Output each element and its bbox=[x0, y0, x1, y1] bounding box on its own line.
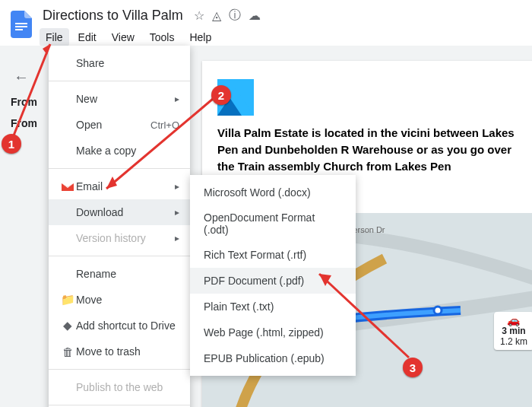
download-submenu: Microsoft Word (.docx) OpenDocument Form… bbox=[190, 175, 356, 376]
submenu-item-txt[interactable]: Plain Text (.txt) bbox=[190, 294, 356, 320]
menu-item-download[interactable]: Download ▸ bbox=[49, 199, 190, 225]
submenu-item-epub[interactable]: EPUB Publication (.epub) bbox=[190, 345, 356, 371]
menu-item-label: Move bbox=[76, 294, 179, 306]
menu-view[interactable]: View bbox=[106, 28, 141, 46]
info-icon[interactable]: ⓘ bbox=[229, 8, 241, 24]
menu-separator bbox=[49, 405, 190, 405]
drive-icon: ◆ bbox=[59, 319, 76, 332]
submenu-item-docx[interactable]: Microsoft Word (.docx) bbox=[190, 180, 356, 205]
menu-item-label: PDF Document (.pdf) bbox=[204, 275, 342, 287]
menu-separator bbox=[49, 81, 190, 81]
menu-item-share[interactable]: Share bbox=[49, 50, 190, 76]
doc-info: Directions to Villa Palm ☆ ◬ ⓘ ☁ File Ed… bbox=[40, 6, 261, 46]
menu-item-label: Web Page (.html, zipped) bbox=[204, 326, 342, 339]
map-travel-badge: 🚗 3 min 1.2 km bbox=[494, 312, 532, 350]
app-header: Directions to Villa Palm ☆ ◬ ⓘ ☁ File Ed… bbox=[0, 0, 532, 46]
menu-item-label: OpenDocument Format (.odt) bbox=[204, 211, 342, 236]
menu-item-make-copy[interactable]: Make a copy bbox=[49, 138, 190, 164]
menu-item-version-history[interactable]: Version history ▸ bbox=[49, 225, 190, 251]
chevron-right-icon: ▸ bbox=[175, 207, 179, 218]
map-travel-time: 3 min bbox=[500, 326, 527, 336]
menu-separator bbox=[49, 168, 190, 169]
svg-rect-2 bbox=[15, 29, 23, 30]
menu-item-rename[interactable]: Rename bbox=[49, 261, 190, 287]
cloud-icon[interactable]: ☁ bbox=[249, 8, 261, 23]
annotation-badge-3: 3 bbox=[403, 358, 423, 377]
menu-item-label: Rename bbox=[76, 268, 179, 280]
docs-logo-icon[interactable] bbox=[8, 6, 35, 43]
menu-item-label: Move to trash bbox=[76, 345, 179, 358]
submenu-item-html[interactable]: Web Page (.html, zipped) bbox=[190, 320, 356, 345]
menu-edit[interactable]: Edit bbox=[72, 28, 103, 46]
menu-item-email[interactable]: Email ▸ bbox=[49, 173, 190, 199]
menu-help[interactable]: Help bbox=[183, 28, 217, 46]
outline-item[interactable]: From bbox=[11, 113, 37, 134]
trash-icon: 🗑 bbox=[59, 345, 76, 358]
chevron-right-icon: ▸ bbox=[175, 233, 179, 243]
menu-item-label: Make a copy bbox=[76, 145, 179, 157]
menu-item-label: Microsoft Word (.docx) bbox=[204, 186, 342, 199]
menu-item-label: Rich Text Format (.rtf) bbox=[204, 249, 342, 261]
annotation-badge-2: 2 bbox=[211, 85, 231, 105]
submenu-item-rtf[interactable]: Rich Text Format (.rtf) bbox=[190, 242, 356, 268]
svg-point-7 bbox=[434, 307, 442, 314]
document-title[interactable]: Directions to Villa Palm bbox=[40, 6, 186, 25]
submenu-item-pdf[interactable]: PDF Document (.pdf) bbox=[190, 268, 356, 294]
menu-separator bbox=[49, 369, 190, 370]
menu-item-move[interactable]: 📁 Move bbox=[49, 287, 190, 313]
menu-item-label: Email bbox=[76, 180, 175, 192]
move-icon[interactable]: ◬ bbox=[212, 8, 221, 23]
chevron-right-icon: ▸ bbox=[175, 181, 179, 192]
menu-item-label: Publish to the web bbox=[76, 381, 179, 393]
map-travel-distance: 1.2 km bbox=[500, 336, 527, 347]
file-menu-dropdown: Share New ▸ Open Ctrl+O Make a copy Emai… bbox=[49, 46, 190, 407]
menu-item-label: Open bbox=[76, 119, 150, 131]
chevron-right-icon: ▸ bbox=[175, 94, 179, 104]
document-outline: From From bbox=[11, 91, 37, 134]
car-icon: 🚗 bbox=[500, 315, 527, 326]
svg-rect-0 bbox=[15, 23, 27, 24]
menu-item-label: New bbox=[76, 93, 175, 105]
outline-item[interactable]: From bbox=[11, 91, 37, 113]
menu-item-label: Add shortcut to Drive bbox=[76, 320, 179, 332]
menu-item-label: Version history bbox=[76, 232, 175, 244]
submenu-item-odt[interactable]: OpenDocument Format (.odt) bbox=[190, 205, 356, 242]
svg-rect-1 bbox=[15, 26, 27, 27]
menu-item-add-shortcut[interactable]: ◆ Add shortcut to Drive bbox=[49, 313, 190, 339]
menu-item-label: Share bbox=[76, 57, 179, 69]
menu-item-label: EPUB Publication (.epub) bbox=[204, 352, 342, 364]
star-icon[interactable]: ☆ bbox=[194, 8, 204, 23]
folder-move-icon: 📁 bbox=[59, 293, 76, 307]
menu-item-shortcut: Ctrl+O bbox=[150, 119, 179, 131]
menu-item-open[interactable]: Open Ctrl+O bbox=[49, 112, 190, 138]
menu-separator bbox=[49, 256, 190, 256]
menu-file[interactable]: File bbox=[40, 28, 69, 46]
menu-item-trash[interactable]: 🗑 Move to trash bbox=[49, 339, 190, 364]
menubar: File Edit View Tools Help bbox=[40, 28, 261, 46]
annotation-badge-1: 1 bbox=[2, 134, 21, 154]
menu-item-label: Plain Text (.txt) bbox=[204, 300, 342, 313]
document-body-text: Villa Palm Estate is located in the vici… bbox=[217, 125, 529, 175]
menu-tools[interactable]: Tools bbox=[144, 28, 181, 46]
menu-item-publish[interactable]: Publish to the web bbox=[49, 374, 190, 400]
menu-item-new[interactable]: New ▸ bbox=[49, 86, 190, 112]
gmail-icon bbox=[59, 182, 76, 191]
menu-item-label: Download bbox=[76, 206, 175, 218]
outline-collapse-icon[interactable]: ← bbox=[14, 68, 29, 86]
